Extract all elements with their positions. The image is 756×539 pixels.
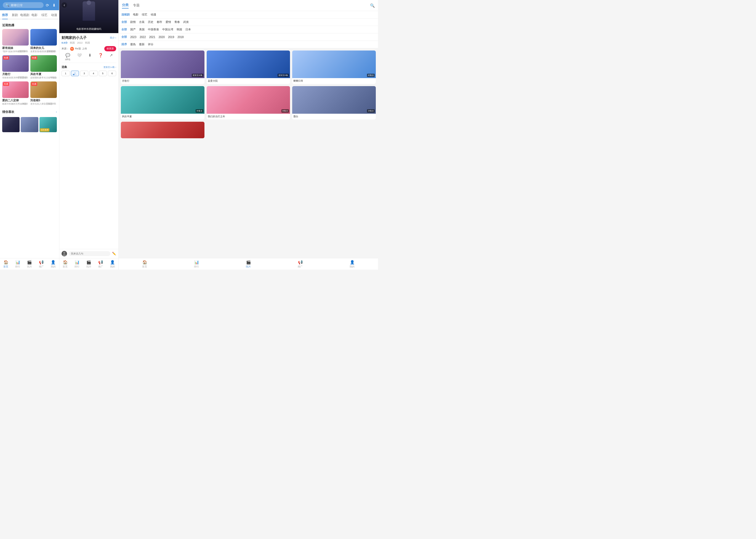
episode-6[interactable]: 6	[108, 71, 116, 76]
filter-region-cn[interactable]: 国产	[130, 27, 136, 32]
left-nav-find[interactable]: 🎬 找片	[24, 258, 35, 270]
filter-region-us[interactable]: 美国	[139, 27, 145, 32]
drama-card-2[interactable]: 热播 更新至18集 月歌行 张彬彬徐路演绎旷世爱恋	[2, 55, 29, 80]
filter-genre-romance[interactable]: 爱情	[166, 20, 171, 25]
episode-3[interactable]: 3	[80, 71, 88, 76]
episode-1[interactable]: 1	[61, 71, 70, 76]
mid-rank-label: 排行	[75, 265, 80, 269]
filter-year-2018[interactable]: 2018	[177, 35, 183, 39]
filter-genre-wuxia[interactable]: 武侠	[183, 20, 189, 25]
update-button[interactable]: 催更新	[104, 46, 116, 51]
tab-recommend[interactable]: 推荐	[0, 12, 10, 19]
filter-genre-history[interactable]: 历史	[148, 20, 153, 25]
guess-more-btn[interactable]: ›	[56, 111, 57, 114]
episode-5[interactable]: 5	[99, 71, 107, 76]
comment-input[interactable]	[69, 251, 110, 256]
tab-anime[interactable]: 动漫	[49, 12, 59, 19]
right-tab-category[interactable]: 分类	[122, 2, 129, 9]
filter-year-2022[interactable]: 2022	[140, 35, 146, 39]
left-nav-promo[interactable]: 📢 推广	[35, 258, 47, 270]
search-input[interactable]	[11, 4, 41, 7]
right-nav-rank[interactable]: 📊 排行	[171, 258, 222, 270]
filter-region-all[interactable]: 全部	[121, 27, 127, 32]
filter-year-2019[interactable]: 2019	[168, 35, 174, 39]
drama-card-5[interactable]: 热播 更新至30集 刘老根5 老宋头陷入黄昏三角恋	[30, 81, 57, 106]
filter-sort-score[interactable]: 评分	[148, 42, 153, 47]
intro-link[interactable]: 简介 ›	[110, 36, 116, 40]
drama-card-0[interactable]: 更新至2集 家有姐妹 "冤种"姐妹演绎爆笑日常	[2, 29, 29, 53]
right-card-0[interactable]: 更新至18集 月歌行	[121, 50, 204, 84]
episode-2[interactable]: 2	[71, 71, 79, 76]
drama-badge-4: 热播	[3, 82, 9, 86]
mid-nav-find[interactable]: 🎬 找片	[83, 258, 95, 270]
filter-genre-urban[interactable]: 都市	[157, 20, 162, 25]
filter-type-series[interactable]: 连续剧	[121, 12, 130, 17]
filter-region-tw[interactable]: 中国台湾	[162, 27, 173, 32]
left-nav-profile[interactable]: 👤 我的	[47, 258, 59, 270]
info-action[interactable]: ❓	[98, 53, 103, 61]
filter-genre-costume[interactable]: 古装	[139, 20, 145, 25]
guess-card-2[interactable]: 综艺推荐	[39, 117, 57, 132]
filter-sort-hot[interactable]: 最热	[130, 42, 136, 47]
guess-card-0[interactable]	[2, 117, 20, 132]
search-wrap[interactable]: 🔍	[3, 2, 43, 8]
filter-genre-youth[interactable]: 青春	[174, 20, 180, 25]
filter-type-movie[interactable]: 电影	[133, 12, 139, 17]
mid-nav-profile[interactable]: 👤 我的	[106, 258, 118, 270]
tab-new[interactable]: 新剧	[10, 12, 20, 19]
right-card-2[interactable]: 40集全 卿卿日常	[292, 50, 376, 84]
filter-year-2023[interactable]: 2023	[130, 35, 136, 39]
drama-score: 8.8分	[61, 41, 68, 44]
right-card-5[interactable]: 24集全 墨白	[292, 86, 376, 119]
tab-tv[interactable]: 电视剧	[20, 12, 30, 19]
right-nav-promo[interactable]: 📢 推广	[274, 258, 326, 270]
right-search-icon[interactable]: 🔍	[370, 3, 375, 8]
guess-card-1[interactable]	[21, 117, 38, 132]
mid-nav-promo[interactable]: 📢 推广	[95, 258, 106, 270]
drama-card-3[interactable]: 热播 36集全 风吹半夏 赵丽颖欧豪李光洁奋斗创业	[30, 55, 57, 80]
filter-year-2021[interactable]: 2021	[149, 35, 155, 39]
filter-year-all[interactable]: 全部	[121, 35, 127, 39]
tab-movie[interactable]: 电影	[30, 12, 39, 19]
favorite-action[interactable]: 🤍	[77, 53, 82, 61]
right-promo-icon: 📢	[298, 260, 303, 265]
left-nav-home[interactable]: 🏠 首页	[0, 258, 12, 270]
drama-card-4[interactable]: 热播 41集全 爱的二八定律 杨幂许凯佩凯宅男姐弟恋	[2, 81, 29, 106]
filter-sort-default[interactable]: 排序	[121, 42, 127, 47]
right-card-3[interactable]: 36集全 风吹半夏	[121, 86, 204, 119]
download-icon[interactable]: ⬇	[52, 2, 56, 8]
comment-action[interactable]: 💬 1评论	[65, 53, 70, 61]
filter-sort-new[interactable]: 最新	[139, 42, 145, 47]
filter-genre-all[interactable]: 全部	[121, 20, 127, 25]
right-card-6[interactable]	[121, 122, 204, 138]
episode-more[interactable]: 更新至14集 ›	[103, 66, 116, 69]
download-action[interactable]: ⬇	[88, 53, 92, 61]
filter-genre-drama[interactable]: 剧情	[130, 20, 136, 25]
right-nav-find[interactable]: 🎬 找片	[222, 258, 274, 270]
filter-year-2020[interactable]: 2020	[159, 35, 165, 39]
mid-profile-label: 我的	[110, 265, 115, 269]
mid-nav-rank[interactable]: 📊 排行	[71, 258, 83, 270]
right-nav-home[interactable]: 🏠 首页	[119, 258, 171, 270]
tab-variety[interactable]: 综艺	[39, 12, 49, 19]
right-card-1[interactable]: 更新至24集 县委大院	[207, 50, 290, 84]
history-icon[interactable]: ⟳	[45, 2, 50, 8]
drama-card-1[interactable]: 更新至6集 回来的女儿 迷雾剧场!散装家庭有秘密	[30, 29, 57, 53]
filter-region-jp[interactable]: 日本	[185, 27, 191, 32]
edit-icon[interactable]: ✏️	[112, 252, 116, 256]
filter-type-variety[interactable]: 综艺	[142, 12, 147, 17]
episode-4[interactable]: 4	[89, 71, 98, 76]
back-button[interactable]: ‹	[61, 2, 67, 8]
right-card-4[interactable]: 36集全 我们的当打之年	[207, 86, 290, 119]
right-nav-profile[interactable]: 👤 我的	[326, 258, 378, 270]
filter-region-kr[interactable]: 韩国	[176, 27, 182, 32]
left-nav-rank[interactable]: 📊 排行	[12, 258, 24, 270]
mid-nav-home[interactable]: 🏠 首页	[59, 258, 71, 270]
avatar-icon	[62, 252, 66, 256]
filter-region-hk[interactable]: 中国香港	[148, 27, 159, 32]
share-action[interactable]: ↗	[109, 53, 113, 61]
filter-type-anime[interactable]: 动漫	[151, 12, 156, 17]
right-card-update-5: 24集全	[367, 109, 375, 113]
mid-find-label: 找片	[86, 265, 91, 269]
right-tab-topic[interactable]: 专题	[133, 2, 140, 8]
